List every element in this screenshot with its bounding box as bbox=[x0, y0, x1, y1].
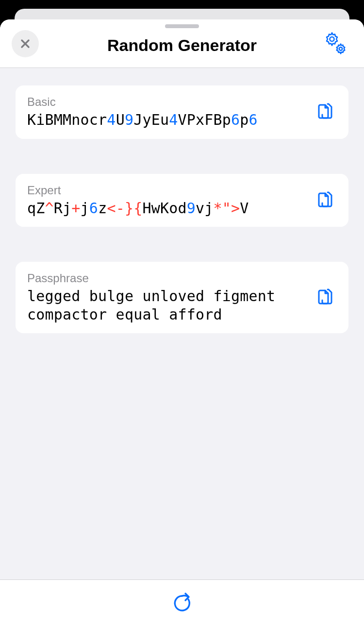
sheet-grabber[interactable] bbox=[165, 24, 199, 28]
svg-point-0 bbox=[330, 37, 334, 41]
header: Random Generator bbox=[0, 19, 364, 68]
copy-icon bbox=[313, 285, 334, 309]
password-value-expert: qZ^Rj+j6z<-}{HwKod9vj*">V bbox=[27, 199, 302, 218]
card-label: Passphrase bbox=[27, 272, 302, 285]
footer bbox=[0, 579, 364, 628]
sheet-grabber-wrap[interactable] bbox=[0, 19, 364, 28]
card-passphrase: Passphrase legged bulge unloved figment … bbox=[16, 262, 348, 333]
card-label: Basic bbox=[27, 95, 302, 109]
card-expert: Expert qZ^Rj+j6z<-}{HwKod9vj*">V bbox=[16, 174, 348, 227]
card-label: Expert bbox=[27, 184, 302, 197]
password-value-passphrase: legged bulge unloved figment compactor e… bbox=[27, 287, 302, 323]
card-basic: Basic KiBMMnocr4U9JyEu4VPxFBp6p6 bbox=[16, 85, 348, 139]
card-text: Passphrase legged bulge unloved figment … bbox=[27, 272, 302, 323]
settings-button[interactable] bbox=[320, 28, 349, 59]
copy-button-passphrase[interactable] bbox=[310, 282, 337, 313]
modal-sheet: Random Generator Basic KiBMMnocr4U9JyEu4… bbox=[0, 19, 364, 628]
regenerate-button[interactable] bbox=[168, 588, 196, 620]
reload-icon bbox=[172, 592, 192, 615]
gears-icon bbox=[322, 30, 347, 55]
content-area: Basic KiBMMnocr4U9JyEu4VPxFBp6p6 Expert … bbox=[0, 68, 364, 579]
page-title: Random Generator bbox=[107, 36, 257, 55]
copy-icon bbox=[313, 187, 334, 212]
copy-button-basic[interactable] bbox=[310, 96, 337, 128]
copy-icon bbox=[313, 99, 334, 123]
card-text: Basic KiBMMnocr4U9JyEu4VPxFBp6p6 bbox=[27, 95, 302, 129]
password-value-basic: KiBMMnocr4U9JyEu4VPxFBp6p6 bbox=[27, 111, 302, 129]
copy-button-expert[interactable] bbox=[310, 185, 337, 216]
svg-point-1 bbox=[339, 47, 342, 50]
close-button[interactable] bbox=[12, 30, 39, 57]
card-text: Expert qZ^Rj+j6z<-}{HwKod9vj*">V bbox=[27, 184, 302, 218]
close-icon bbox=[19, 38, 31, 50]
